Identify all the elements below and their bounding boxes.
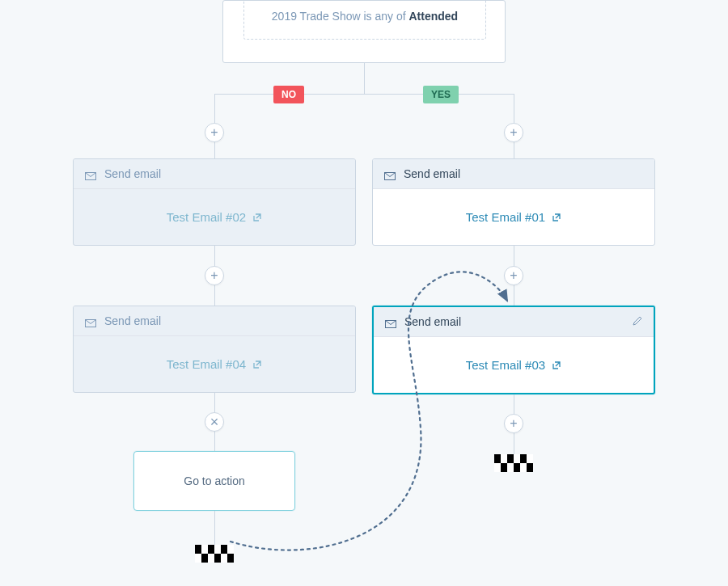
go-to-action-card[interactable]: Go to action (133, 451, 295, 511)
email-name: Test Email #04 (167, 357, 246, 371)
action-card-send-email-selected[interactable]: Send email Test Email #03 (372, 306, 655, 394)
email-link[interactable]: Test Email #03 (466, 358, 562, 372)
action-header: Send email (374, 307, 654, 337)
condition-inner: 2019 Trade Show is any of Attended (243, 0, 486, 40)
external-link-icon (552, 359, 561, 369)
action-card-send-email[interactable]: Send email Test Email #02 (73, 158, 356, 246)
pencil-icon[interactable] (633, 315, 642, 328)
action-type-label: Send email (104, 167, 161, 180)
action-card-send-email[interactable]: Send email Test Email #04 (73, 306, 356, 393)
action-body: Test Email #04 (74, 336, 355, 392)
action-type-label: Send email (404, 167, 460, 180)
mail-icon (385, 318, 396, 326)
add-action-button[interactable]: + (504, 266, 523, 285)
external-link-icon (552, 211, 561, 221)
condition-field: 2019 Trade Show (272, 10, 361, 23)
action-header: Send email (74, 306, 355, 336)
email-name: Test Email #01 (466, 210, 545, 224)
finish-flag-icon (195, 545, 234, 563)
action-header: Send email (373, 159, 654, 189)
action-card-send-email[interactable]: Send email Test Email #01 (372, 158, 655, 246)
action-body: Test Email #01 (373, 189, 654, 245)
connector (214, 511, 215, 545)
connector (214, 94, 514, 95)
add-action-button[interactable]: + (205, 123, 224, 142)
email-name: Test Email #02 (167, 210, 246, 224)
condition-card[interactable]: 2019 Trade Show is any of Attended (222, 0, 506, 63)
add-action-button[interactable]: + (504, 123, 523, 142)
email-link[interactable]: Test Email #02 (167, 210, 263, 224)
condition-value: Attended (409, 10, 459, 23)
email-name: Test Email #03 (466, 358, 545, 372)
mail-icon (85, 317, 96, 325)
add-action-button[interactable]: + (504, 414, 523, 433)
action-header: Send email (74, 159, 355, 189)
condition-operator: is any of (363, 10, 405, 23)
action-type-label: Send email (404, 315, 461, 328)
connector (364, 63, 365, 94)
external-link-icon (252, 358, 262, 368)
action-type-label: Send email (104, 314, 161, 327)
branch-badge-no: NO (273, 86, 304, 103)
add-action-button[interactable]: + (205, 266, 224, 285)
remove-action-button[interactable]: × (205, 412, 224, 432)
mail-icon (384, 170, 396, 178)
email-link[interactable]: Test Email #04 (167, 357, 263, 371)
email-link[interactable]: Test Email #01 (466, 210, 562, 224)
external-link-icon (252, 211, 262, 221)
action-body: Test Email #03 (374, 337, 654, 393)
finish-flag-icon (494, 454, 533, 472)
go-to-action-label: Go to action (184, 474, 245, 487)
mail-icon (85, 170, 96, 178)
action-body: Test Email #02 (74, 189, 355, 245)
branch-badge-yes: YES (423, 86, 459, 103)
